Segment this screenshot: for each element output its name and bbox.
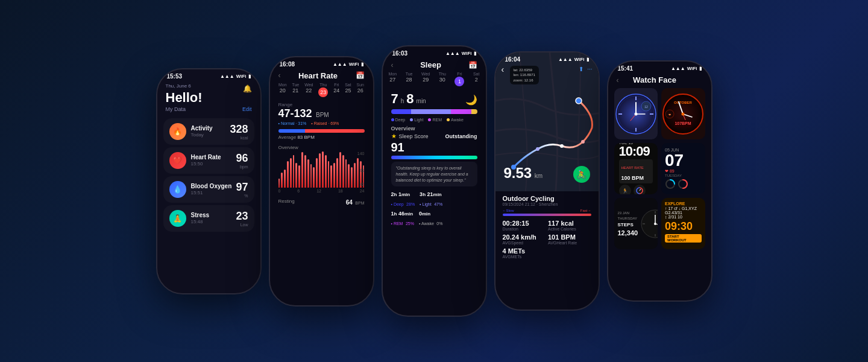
chart-bar-item	[284, 170, 286, 187]
blood-oxygen-card[interactable]: 💧 Blood Oxygen 15:51 97 %	[163, 176, 254, 203]
wifi-icon-5: WiFi	[687, 66, 697, 71]
chart-bar-item	[298, 165, 300, 188]
phone-1-time: 15:53	[167, 73, 183, 80]
chart-bar-item	[316, 158, 318, 187]
sleep-hours: 7	[391, 91, 398, 107]
phone-1: 15:53 ▲▲▲ WiFi ▮ Thu, June 6 Hello! 🔔	[156, 68, 262, 294]
day-tue[interactable]: Tue21	[292, 83, 299, 97]
back-button-5[interactable]: ‹	[617, 76, 619, 84]
day-wed[interactable]: Wed22	[304, 83, 313, 97]
stats-left: 23 JAN THURSDAY STEPS 12,340	[618, 202, 638, 246]
analog-clock-blue: 12	[615, 93, 657, 135]
activity-card[interactable]: 🔥 Activity Today 328 kcal	[163, 118, 254, 145]
chart-bar-item	[345, 159, 347, 187]
normal-tag: • Normal · 31%	[278, 121, 307, 125]
day-thu-active[interactable]: Thu23	[318, 83, 328, 97]
chart-bar-item	[295, 163, 297, 188]
stress-card[interactable]: 🧘 Stress 15:48 23 Low	[163, 205, 254, 232]
slow-label: ←Slow	[503, 209, 514, 212]
watch-face-4[interactable]: 05 JUN 07 ❤ 89 TUESDAY	[661, 143, 705, 194]
sleep-day-fri-active[interactable]: Fri1	[454, 72, 464, 86]
start-workout-button[interactable]: START WORKOUT	[665, 234, 702, 243]
chart-bar-item	[293, 155, 295, 187]
overview-label-2: Overview	[270, 142, 373, 151]
date-watch-display: 05 JUN 07 ❤ 89 TUESDAY	[661, 143, 705, 194]
back-button-4[interactable]: ‹	[502, 65, 505, 74]
activity-name-4: Outdoor Cycling	[503, 195, 591, 202]
watch-face-6[interactable]: EXPLORE ↑ 17 cf ↓ G1,XYZ G2.43/31 ↕ 2/31…	[661, 198, 705, 249]
gps-info: lat: 22.6359lon: 116.8971zoom: 12.16	[510, 66, 539, 84]
chart-bar-item	[278, 179, 280, 188]
day-sun[interactable]: Sun26	[357, 83, 364, 97]
activity-icon: 🔥	[169, 123, 186, 140]
comp-2	[634, 185, 646, 194]
battery-icon-3: ▮	[474, 51, 476, 56]
signal-icon: ▲▲▲	[220, 74, 234, 79]
svg-point-34	[654, 223, 656, 225]
chart-bar-item	[310, 164, 312, 188]
resting-row: Resting 64 BPM	[270, 194, 373, 209]
chart-bar-item	[333, 163, 335, 188]
phone-4-screen: 16:04 ▲▲▲ WiFi ▮ ‹ ⬆ ··· lat: 22.6359lon…	[495, 52, 599, 310]
deep-label: Deep	[395, 118, 406, 122]
cycling-info: Outdoor Cycling 09/15/2024 21:12 · Shenz…	[495, 191, 599, 262]
chart-bar-item	[307, 159, 309, 187]
phone-5-status-bar: 15:41 ▲▲▲ WiFi ▮	[608, 62, 711, 73]
heart-rate-card[interactable]: ❤️ Heart Rate 15:50 96 bpm	[163, 147, 254, 174]
day-sat[interactable]: Sat25	[345, 83, 351, 97]
chart-ymax: 140	[357, 151, 365, 156]
sleep-overview-label: Overview	[383, 123, 486, 133]
sleep-day-sat[interactable]: Sat2	[473, 72, 480, 86]
watch-face-1[interactable]: 12	[614, 88, 658, 139]
chart-bar-item	[319, 153, 321, 187]
distance-unit: km	[535, 173, 542, 179]
sleep-duration-row: 7 h 8 min 🌙	[383, 89, 486, 107]
svg-point-2	[536, 147, 539, 151]
svg-point-4	[581, 140, 585, 144]
heart-rate-unit: bpm	[236, 165, 248, 169]
calendar-icon-3[interactable]: 📅	[468, 61, 477, 69]
more-icon[interactable]: ···	[587, 66, 592, 72]
heartrate-label: AVGHeart Rate	[548, 241, 591, 245]
battery-icon-5: ▮	[699, 66, 702, 71]
calendar-icon-2[interactable]: 📅	[356, 71, 365, 80]
heart-icon: ❤️	[169, 152, 186, 169]
watch-face-5[interactable]: 23 JAN THURSDAY STEPS 12,340	[614, 198, 658, 249]
sleep-day-tue[interactable]: Tue28	[406, 72, 413, 86]
heart-rate-range: Range 47-132 BPM • Normal · 31% • Raised…	[270, 100, 373, 127]
edit-button[interactable]: Edit	[242, 106, 252, 112]
watch-face-3[interactable]: TUE 19 10:09 HEART RATE 100 BPM 🏃	[614, 143, 658, 194]
sleep-day-mon[interactable]: Mon27	[389, 72, 397, 86]
speed-labels: ←Slow Fast→	[503, 209, 591, 212]
sleep-day-wed[interactable]: Wed29	[421, 72, 430, 86]
phone-1-screen: 15:53 ▲▲▲ WiFi ▮ Thu, June 6 Hello! 🔔	[157, 69, 260, 293]
share-icon[interactable]: ⬆	[579, 66, 583, 72]
wifi-icon: WiFi	[236, 74, 247, 79]
watch-face-2[interactable]: OCTOBER 107BPM ❤	[661, 88, 705, 139]
day-fri[interactable]: Fri24	[333, 83, 339, 97]
back-button-3[interactable]: ‹	[391, 61, 394, 69]
distance-value: 9.53	[504, 165, 532, 181]
phone-1-status-bar: 15:53 ▲▲▲ WiFi ▮	[157, 69, 260, 81]
phone-3-time: 16:03	[392, 50, 408, 57]
sleep-day-thu[interactable]: Thu30	[439, 72, 446, 86]
speed-bar	[503, 214, 591, 216]
svg-point-3	[560, 144, 564, 148]
deep-stat: 2h 1min • Deep 28%	[391, 191, 415, 208]
rem-sleep-segment	[451, 109, 471, 114]
comp-1-icon: 🏃	[622, 188, 628, 194]
sleep-type-bar	[391, 109, 477, 114]
small-analog-clock	[640, 209, 658, 239]
chart-bar-item	[328, 161, 330, 188]
notification-icon[interactable]: 🔔	[243, 84, 252, 93]
phone-3-status-icons: ▲▲▲ WiFi ▮	[445, 51, 476, 56]
chart-labels: 0 6 12 18 24	[278, 189, 365, 193]
heartrate-metric: 101 BPM AVGHeart Rate	[548, 233, 591, 245]
avg-label: Average 83 BPM	[278, 135, 365, 140]
chart-bar-item	[330, 165, 332, 188]
activity-unit: kcal	[230, 136, 248, 140]
heartrate-value: 101 BPM	[548, 233, 591, 241]
signal-icon-2: ▲▲▲	[333, 62, 347, 67]
day-mon[interactable]: Mon20	[278, 83, 287, 97]
sleep-legend: Deep Light REM Awake	[383, 116, 486, 123]
